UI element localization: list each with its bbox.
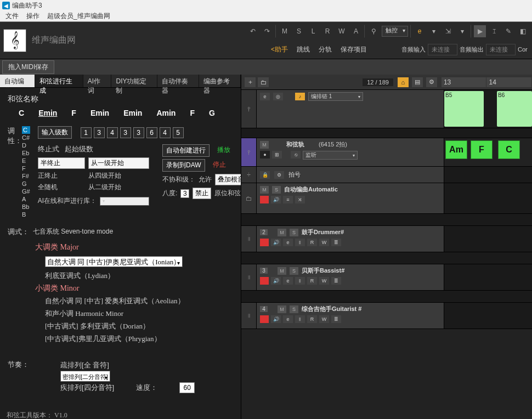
- piano-icon[interactable]: ⦀: [295, 239, 305, 246]
- solo-button[interactable]: S: [290, 267, 298, 275]
- lock-icon[interactable]: 🔒: [260, 171, 270, 179]
- track-handle[interactable]: ⦀: [241, 264, 257, 290]
- mute-button[interactable]: M: [278, 229, 286, 236]
- piano-icon[interactable]: ⦀: [295, 315, 305, 323]
- dropdown-icon[interactable]: ▾: [428, 25, 440, 37]
- nav-assist[interactable]: <助手: [267, 45, 292, 54]
- key-b[interactable]: B: [22, 211, 30, 218]
- r-icon[interactable]: R: [307, 239, 317, 246]
- lines-icon[interactable]: ≡: [283, 196, 293, 203]
- shuffle-icon[interactable]: ⤨: [295, 196, 305, 203]
- folder-icon[interactable]: 🗀: [258, 77, 269, 87]
- mode-harmonic-minor[interactable]: 和声小调 Harmonic Minor: [45, 308, 233, 319]
- mute-button[interactable]: M: [260, 186, 269, 194]
- half-end-button[interactable]: 半终止: [38, 157, 86, 169]
- track-lane[interactable]: B5 B6: [444, 90, 532, 128]
- gear-icon[interactable]: ⚙: [426, 77, 437, 87]
- allow-option[interactable]: 允许: [199, 175, 212, 184]
- from-1-button[interactable]: 从一级开始: [88, 157, 149, 169]
- erase-tool-icon[interactable]: ◧: [517, 25, 529, 37]
- solo-button[interactable]: S: [272, 186, 281, 194]
- key-bb[interactable]: Bb: [22, 203, 30, 211]
- r-icon[interactable]: R: [307, 315, 317, 323]
- deg-8[interactable]: 5: [173, 127, 184, 138]
- key-gsharp[interactable]: G#: [22, 188, 30, 195]
- octave-input[interactable]: 3: [180, 189, 189, 198]
- e-icon[interactable]: e: [283, 277, 293, 285]
- route-icon[interactable]: ⎋: [291, 151, 301, 158]
- speaker-icon[interactable]: 🔊: [271, 239, 281, 246]
- pointer-tool-icon[interactable]: ▶: [474, 25, 486, 37]
- monitor-dropdown[interactable]: 监听: [303, 151, 358, 160]
- track-lane[interactable]: [444, 167, 532, 183]
- menu-icon[interactable]: ≣: [331, 277, 341, 285]
- track-lane[interactable]: [444, 303, 532, 329]
- mute-button[interactable]: M: [278, 267, 286, 275]
- grid-icon[interactable]: ⊞: [272, 151, 282, 158]
- arranger-chain-dropdown[interactable]: 编排链 1: [308, 92, 363, 101]
- rec-daw-button[interactable]: 录制到DAW: [162, 159, 205, 172]
- a-button[interactable]: A: [350, 25, 362, 37]
- solo-button[interactable]: S: [293, 25, 305, 37]
- clip-b5[interactable]: B5: [444, 91, 484, 127]
- w-icon[interactable]: W: [319, 239, 329, 246]
- rhythm-fast[interactable]: 疾排列[四分音符]: [60, 382, 114, 393]
- track-handle[interactable]: ⫯: [241, 90, 257, 128]
- track-lane[interactable]: [444, 226, 532, 252]
- rhythm-sparse[interactable]: 疏排列[全 音符]: [60, 360, 195, 371]
- tab-auto-accomp[interactable]: 自动伴奏器: [157, 75, 199, 87]
- deg-6[interactable]: 6: [146, 127, 157, 138]
- track-lane[interactable]: [444, 264, 532, 290]
- expand-icon[interactable]: ⇲: [442, 25, 454, 37]
- e-icon[interactable]: e: [283, 239, 293, 246]
- mute-button[interactable]: M: [260, 141, 269, 149]
- e-icon[interactable]: e: [283, 315, 293, 323]
- note-icon[interactable]: ♪: [295, 93, 305, 100]
- chord-clip-am[interactable]: Am: [445, 140, 467, 159]
- auto-build-button[interactable]: 自动创建进行: [162, 144, 210, 157]
- key-g[interactable]: G: [22, 180, 30, 188]
- stack-root-button[interactable]: 叠加根音: [215, 174, 241, 185]
- key-f[interactable]: F: [22, 165, 30, 172]
- drag-midi-save-button[interactable]: 拖入MIDI保存: [2, 60, 54, 74]
- redo-icon[interactable]: ↷: [261, 25, 273, 37]
- undo-icon[interactable]: ↶: [247, 25, 259, 37]
- mode-lydian[interactable]: 利底亚调式（Lydian）: [45, 270, 233, 281]
- key-e[interactable]: E: [22, 157, 30, 165]
- from-4-button[interactable]: 从四级开始: [88, 171, 149, 180]
- key-fsharp[interactable]: F#: [22, 172, 30, 180]
- w-button[interactable]: W: [336, 25, 348, 37]
- menu-member[interactable]: 超级会员_维声编曲网: [47, 12, 110, 21]
- rec-icon[interactable]: ●: [260, 151, 270, 158]
- tab-arr-ref[interactable]: 编曲参考器: [199, 75, 241, 87]
- tab-ai-lyric[interactable]: AI作词: [83, 75, 112, 87]
- e-tool-icon[interactable]: e: [414, 25, 426, 37]
- orig-chord-option[interactable]: 原位和弦: [214, 189, 241, 198]
- forbid-button[interactable]: 禁止: [193, 188, 211, 199]
- play-button[interactable]: 播放: [214, 144, 234, 157]
- menu-file[interactable]: 文件: [5, 12, 19, 21]
- pos-end-button[interactable]: 正终止: [38, 171, 86, 180]
- speaker-icon[interactable]: 🔊: [271, 277, 281, 285]
- rhythm-dense[interactable]: 密排列[二分音符]: [60, 371, 110, 382]
- tab-chord-gen[interactable]: 和弦进行生成: [35, 75, 83, 87]
- nav-split[interactable]: 分轨: [314, 45, 336, 54]
- dropdown-icon[interactable]: ▾: [456, 25, 468, 37]
- draw-tool-icon[interactable]: ✎: [502, 25, 514, 37]
- tab-auto-arrange[interactable]: 自动编曲: [0, 75, 35, 87]
- touch-dropdown[interactable]: 触控: [382, 26, 408, 37]
- target-icon[interactable]: ◎: [273, 93, 283, 100]
- w-icon[interactable]: W: [319, 277, 329, 285]
- from-2-button[interactable]: 从二级开始: [88, 183, 149, 192]
- r-icon[interactable]: R: [307, 277, 317, 285]
- deg-4[interactable]: 3: [120, 127, 131, 138]
- track-handle[interactable]: 🗀: [241, 183, 257, 213]
- mode-dorian[interactable]: [中古调式] 多利亚调式（Dorian）: [45, 321, 233, 332]
- mode-phrygian[interactable]: [中古调式]弗里几亚调式（Phrygian）: [45, 333, 233, 344]
- speaker-icon[interactable]: 🔊: [271, 196, 281, 203]
- gear-icon[interactable]: ⚙: [274, 171, 284, 179]
- mode-aeolian[interactable]: 自然小调 同 [中古] 爱奥利亚调式（Aeolian）: [45, 296, 233, 307]
- magnet-icon[interactable]: ⚲: [367, 25, 380, 37]
- track-handle[interactable]: ⦀: [241, 226, 257, 252]
- key-a[interactable]: A: [22, 195, 30, 203]
